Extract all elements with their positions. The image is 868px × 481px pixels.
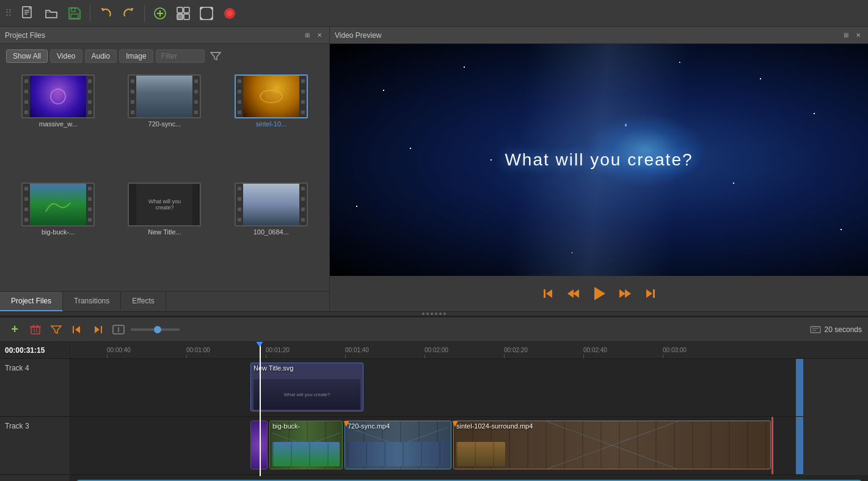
video-panel-close-button[interactable]: ✕: [853, 31, 863, 40]
clip-bigbuck[interactable]: big-buck-: [269, 421, 343, 469]
svg-rect-5: [71, 8, 75, 12]
open-project-button[interactable]: [42, 4, 61, 23]
tab-project-files[interactable]: Project Files: [0, 292, 63, 311]
media-item-100-0684[interactable]: 100_0684...: [219, 181, 323, 287]
ruler-mark-220: 00:02:20: [504, 347, 528, 358]
timeline-area: +: [0, 316, 868, 481]
right-panel: Video Preview ⊞ ✕ What will you create?: [330, 27, 868, 311]
film-hole: [88, 218, 92, 222]
add-button[interactable]: [150, 4, 170, 23]
film-strip-right-6: [299, 184, 307, 225]
media-label-newtitle: New Title...: [148, 228, 181, 236]
go-to-start-button[interactable]: [539, 284, 558, 303]
record-button[interactable]: [220, 4, 239, 23]
timeline-add-button[interactable]: +: [6, 321, 23, 338]
svg-marker-29: [625, 289, 631, 298]
svg-rect-1: [29, 7, 31, 9]
tab-effects[interactable]: Effects: [121, 292, 166, 311]
media-thumb-bigbuck: [21, 183, 95, 226]
undo-button[interactable]: [96, 4, 115, 23]
timeline-delete-button[interactable]: [27, 321, 44, 338]
film-pattern-3: [272, 442, 340, 466]
clip-m[interactable]: [250, 421, 268, 469]
svg-marker-28: [619, 289, 625, 298]
video-preview-text: What will you create?: [505, 150, 693, 170]
ruler-mark-40: 00:00:40: [107, 347, 131, 358]
clip-sintel[interactable]: sintel-1024-surround.mp4: [453, 421, 771, 469]
film-hole: [24, 208, 28, 211]
drag-dot: [443, 313, 446, 315]
drag-dot: [426, 313, 429, 315]
film-strip-right-4: [86, 184, 93, 225]
panel-close-button[interactable]: ✕: [315, 31, 324, 40]
timeline-playhead[interactable]: [260, 342, 261, 476]
film-hole: [301, 79, 305, 83]
show-all-button[interactable]: Show All: [6, 49, 48, 63]
film-hole: [24, 197, 28, 201]
ruler-mark-240: 00:02:40: [583, 347, 607, 358]
720sync-thumb: [348, 442, 448, 466]
ruler-mark-120: 00:01:20: [266, 347, 290, 358]
go-to-end-button[interactable]: [640, 284, 660, 303]
timeline-goto-end-button[interactable]: [89, 321, 106, 338]
ruler-mark-140: 00:01:40: [345, 347, 369, 358]
film-strip-left-2: [129, 76, 136, 117]
filter-clear-button[interactable]: [207, 49, 224, 63]
layout-button[interactable]: [173, 4, 193, 23]
image-filter-button[interactable]: Image: [119, 49, 153, 63]
timeline-center-button[interactable]: [110, 321, 127, 338]
filter-bar: Show All Video Audio Image: [0, 44, 329, 68]
panel-header-icons: ⊞ ✕: [302, 31, 324, 40]
v-marker-sintel: ▼: [450, 418, 460, 429]
drag-dot: [431, 313, 433, 315]
video-filter-button[interactable]: Video: [50, 49, 82, 63]
newtitle-clip[interactable]: New Title.svg What will you create?: [250, 363, 363, 411]
drag-dot: [439, 313, 442, 315]
play-button[interactable]: [588, 282, 611, 305]
fast-forward-button[interactable]: [616, 284, 635, 303]
media-item-newtitle[interactable]: What will you create? New Title...: [112, 181, 216, 287]
svg-rect-24: [544, 289, 545, 298]
fullscreen-button[interactable]: [197, 4, 216, 23]
new-project-button[interactable]: [18, 4, 38, 23]
film-hole: [238, 208, 241, 211]
film-hole: [88, 100, 92, 104]
media-thumb-content-6: [243, 184, 299, 225]
video-panel-icons: ⊞ ✕: [841, 31, 863, 40]
drag-dots: [422, 313, 446, 315]
track3-row: big-buck- ▼: [70, 417, 803, 475]
zoom-thumb[interactable]: [154, 326, 161, 333]
panel-drag-handle[interactable]: [0, 311, 868, 316]
track3-right-bar: [796, 417, 803, 474]
media-item-massive-w[interactable]: massive_w...: [6, 73, 110, 179]
clip-thumb: What will you create?: [253, 379, 360, 410]
save-project-button[interactable]: [65, 4, 84, 23]
zoom-slider[interactable]: [131, 328, 180, 331]
film-hole: [88, 208, 92, 211]
timeline-goto-start-button[interactable]: [68, 321, 86, 338]
media-thumb-content: [30, 76, 86, 117]
svg-rect-6: [71, 14, 78, 18]
clip-720sync[interactable]: 720-sync.mp4: [345, 421, 451, 469]
redo-button[interactable]: [119, 4, 139, 23]
film-hole: [131, 110, 134, 114]
media-item-bigbuck[interactable]: big-buck-...: [6, 181, 110, 287]
media-item-720sync[interactable]: 720-sync...: [112, 73, 216, 179]
film-strip-right: [86, 76, 93, 117]
audio-filter-button[interactable]: Audio: [85, 49, 117, 63]
svg-marker-25: [567, 289, 574, 298]
timeline-duration: 20 seconds: [810, 324, 862, 335]
film-hole: [24, 79, 28, 83]
filter-input[interactable]: [156, 49, 205, 63]
left-tabs: Project Files Transitions Effects: [0, 291, 329, 311]
panel-expand-button[interactable]: ⊞: [302, 31, 312, 40]
timeline-filter-button[interactable]: [48, 321, 65, 338]
video-preview-title: Video Preview: [335, 31, 382, 40]
tab-transitions[interactable]: Transitions: [63, 292, 121, 311]
media-item-sintel[interactable]: sintel-10...: [219, 73, 323, 179]
rewind-button[interactable]: [563, 284, 583, 303]
media-thumb-content-2: [136, 76, 192, 117]
ruler-mark-300: 00:03:00: [663, 347, 687, 358]
film-strip-right-3: [299, 76, 307, 117]
video-panel-expand-button[interactable]: ⊞: [841, 31, 851, 40]
